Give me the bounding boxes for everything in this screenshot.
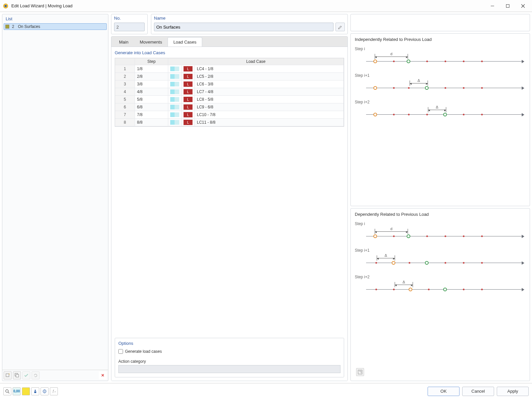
table-row[interactable]: 22/8LLC5 - 2/8: [115, 73, 344, 80]
row-number: 7: [115, 111, 135, 119]
delete-button[interactable]: ✕: [99, 371, 107, 379]
list-item-number: 2: [12, 24, 17, 29]
action-category-label: Action category: [118, 359, 340, 364]
expand-diagram-button[interactable]: [356, 368, 364, 376]
tool-globe-button[interactable]: [41, 387, 49, 395]
row-number: 2: [115, 73, 135, 80]
table-row[interactable]: 55/8LLC8 - 5/8: [115, 96, 344, 103]
col-load-case: Load Case: [168, 58, 344, 65]
cell-badge: L: [182, 73, 195, 80]
copy-item-button[interactable]: [13, 371, 21, 379]
cell-badge: L: [182, 88, 195, 96]
step-label: Step i+2: [355, 100, 526, 104]
cell-badge: L: [182, 103, 195, 111]
cell-case: LC7 - 4/8: [195, 88, 344, 96]
cell-swatch: [168, 88, 182, 96]
cell-swatch: [168, 103, 182, 111]
cell-badge: L: [182, 111, 195, 119]
cell-badge: L: [182, 65, 195, 73]
table-title: Generate into Load Cases: [115, 50, 344, 55]
minimize-button[interactable]: [485, 0, 500, 12]
cell-step: 7/8: [135, 111, 168, 119]
refresh-button[interactable]: [32, 371, 40, 379]
cell-swatch: [168, 111, 182, 119]
cell-badge: L: [182, 96, 195, 103]
window-title: Edit Load Wizard | Moving Load: [11, 3, 485, 8]
ok-button[interactable]: OK: [428, 387, 460, 396]
cell-swatch: [168, 80, 182, 88]
cell-badge: L: [182, 80, 195, 88]
app-icon: [3, 3, 9, 9]
maximize-button[interactable]: [500, 0, 515, 12]
col-step: Step: [135, 58, 168, 65]
rename-button[interactable]: [335, 23, 345, 31]
svg-point-12: [6, 390, 8, 392]
cell-step: 5/8: [135, 96, 168, 103]
options-title: Options: [118, 341, 340, 346]
cell-case: LC10 - 7/8: [195, 111, 344, 119]
generate-load-cases-checkbox[interactable]: [118, 349, 123, 354]
table-row[interactable]: 88/8LLC11 - 8/8: [115, 119, 344, 126]
step-label: Step i+1: [355, 248, 526, 253]
tab-load-cases[interactable]: Load Cases: [168, 37, 202, 47]
svg-rect-15: [34, 391, 36, 393]
action-category-field[interactable]: [118, 365, 340, 373]
dependent-illustration: Dependently Related to Previous Load Ste…: [350, 208, 530, 381]
table-row[interactable]: 66/8LLC9 - 6/8: [115, 103, 344, 111]
cell-swatch: [168, 119, 182, 126]
cancel-button[interactable]: Cancel: [462, 387, 494, 396]
tool-search-button[interactable]: [3, 387, 11, 395]
step-label: Step i+2: [355, 275, 526, 279]
row-number: 8: [115, 119, 135, 126]
independent-title: Independently Related to Previous Load: [355, 37, 526, 42]
svg-rect-10: [16, 374, 19, 377]
cell-case: LC6 - 3/8: [195, 80, 344, 88]
new-item-button[interactable]: [4, 371, 12, 379]
preview-box: [350, 14, 530, 31]
row-number: 6: [115, 103, 135, 111]
svg-line-13: [8, 392, 9, 393]
cell-step: 4/8: [135, 88, 168, 96]
row-number: 1: [115, 65, 135, 73]
tool-script-button[interactable]: ƒₓ: [50, 387, 58, 395]
svg-point-16: [43, 390, 46, 393]
cell-step: 6/8: [135, 103, 168, 111]
check-button[interactable]: [22, 371, 30, 379]
cell-case: LC9 - 6/8: [195, 103, 344, 111]
cell-swatch: [168, 96, 182, 103]
svg-point-14: [35, 390, 36, 391]
apply-button[interactable]: Apply: [497, 387, 529, 396]
cell-step: 3/8: [135, 80, 168, 88]
row-number: 5: [115, 96, 135, 103]
name-field-label: Name: [154, 16, 345, 23]
cell-case: LC4 - 1/8: [195, 65, 344, 73]
tool-units-button[interactable]: 0,00: [13, 387, 21, 395]
list-item[interactable]: 2 On Surfaces: [4, 23, 107, 30]
no-field-label: No.: [114, 16, 145, 23]
tab-main[interactable]: Main: [113, 37, 134, 47]
name-field[interactable]: [154, 23, 333, 31]
cell-case: LC8 - 5/8: [195, 96, 344, 103]
no-field[interactable]: [114, 23, 145, 31]
cell-swatch: [168, 65, 182, 73]
table-row[interactable]: 77/8LLC10 - 7/8: [115, 111, 344, 119]
tab-movements[interactable]: Movements: [134, 37, 168, 47]
table-row[interactable]: 11/8LLC4 - 1/8: [115, 65, 344, 73]
step-label: Step i: [355, 221, 526, 226]
tool-person-button[interactable]: [31, 387, 39, 395]
list-item-swatch-icon: [5, 25, 9, 29]
svg-rect-6: [6, 374, 9, 377]
cell-case: LC5 - 2/8: [195, 73, 344, 80]
row-number: 3: [115, 80, 135, 88]
svg-rect-11: [358, 370, 362, 374]
table-row[interactable]: 44/8LLC7 - 4/8: [115, 88, 344, 96]
list-item-label: On Surfaces: [18, 24, 40, 29]
row-number: 4: [115, 88, 135, 96]
list-header: List: [2, 14, 108, 23]
step-label: Step i+1: [355, 73, 526, 78]
close-button[interactable]: [515, 0, 531, 12]
svg-point-1: [5, 5, 7, 7]
tool-yellow-button[interactable]: [22, 387, 30, 395]
step-label: Step i: [355, 47, 526, 51]
table-row[interactable]: 33/8LLC6 - 3/8: [115, 80, 344, 88]
